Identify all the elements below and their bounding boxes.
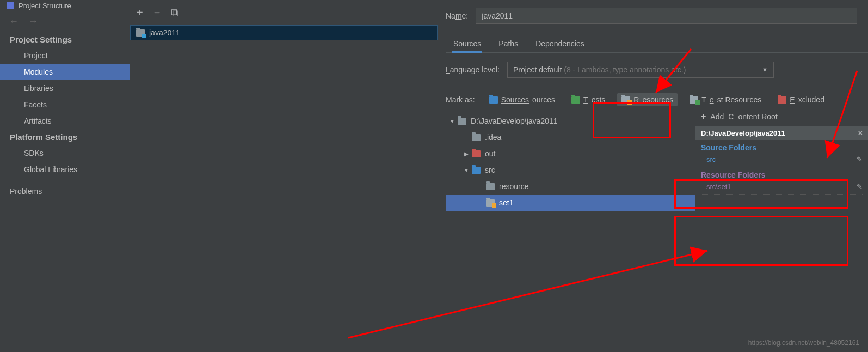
tests-folder-icon — [571, 96, 580, 104]
add-content-root-button[interactable]: + Add Content Root — [695, 107, 868, 126]
tree-row[interactable]: resource — [446, 178, 695, 195]
detail-panel: Name: Sources Paths Dependencies Languag… — [438, 0, 868, 352]
tree-row-root[interactable]: ▼D:\JavaDevelop\java2011 — [446, 113, 695, 129]
tab-paths[interactable]: Paths — [497, 36, 519, 52]
source-folders-header: Source Folders — [701, 143, 863, 152]
folder-icon — [458, 118, 466, 125]
resources-folder-icon — [621, 96, 630, 104]
mark-tests-button[interactable]: Tests — [567, 93, 610, 106]
window-titlebar: Project Structure — [0, 0, 130, 11]
excluded-folder-icon — [778, 96, 786, 104]
disclosure-open-icon[interactable]: ▼ — [449, 118, 455, 124]
tree-row[interactable]: ▼src — [446, 162, 695, 178]
app-icon — [7, 2, 14, 9]
sidebar: Project Structure ← → Project Settings P… — [0, 0, 130, 352]
module-icon — [136, 29, 145, 37]
tab-sources[interactable]: Sources — [452, 36, 482, 52]
sidebar-item-project[interactable]: Project — [0, 47, 130, 64]
close-icon[interactable]: × — [858, 129, 863, 137]
source-folder-icon — [472, 167, 481, 174]
folder-icon — [472, 134, 481, 141]
name-label: Name: — [446, 11, 468, 20]
edit-icon[interactable]: ✎ — [857, 155, 863, 163]
resource-folder-item[interactable]: src\set1✎ — [695, 180, 868, 194]
sidebar-item-problems[interactable]: Problems — [0, 183, 130, 199]
section-project-settings: Project Settings — [0, 32, 130, 47]
plus-icon: + — [701, 112, 706, 122]
resource-folders-header: Resource Folders — [701, 171, 863, 179]
tree-row[interactable]: ▶out — [446, 145, 695, 162]
remove-module-icon[interactable]: − — [154, 7, 161, 19]
nav-forward-icon[interactable]: → — [28, 16, 38, 27]
sidebar-item-artifacts[interactable]: Artifacts — [0, 113, 130, 129]
sidebar-item-global-libraries[interactable]: Global Libraries — [0, 161, 130, 178]
mark-test-resources-button[interactable]: Test Resources — [685, 93, 766, 106]
module-row[interactable]: java2011 — [130, 25, 438, 40]
tree-row[interactable]: .idea — [446, 129, 695, 145]
mark-as-row: Mark as: Sourcesources Tests Resources T… — [446, 93, 868, 106]
content-root-path[interactable]: D:\JavaDevelop\java2011× — [695, 126, 868, 140]
sidebar-item-modules[interactable]: Modules — [0, 64, 130, 80]
sources-folder-icon — [489, 96, 498, 104]
nav-back-icon[interactable]: ← — [9, 16, 19, 27]
edit-icon[interactable]: ✎ — [857, 183, 863, 191]
detail-tabs: Sources Paths Dependencies — [446, 36, 868, 53]
module-toolbar: + − ⧉ — [130, 0, 438, 25]
section-platform-settings: Platform Settings — [0, 129, 130, 145]
copy-module-icon[interactable]: ⧉ — [171, 7, 178, 19]
window-title: Project Structure — [19, 2, 71, 10]
module-list-panel: + − ⧉ java2011 — [130, 0, 438, 352]
language-level-select[interactable]: Project default (8 - Lambdas, type annot… — [507, 62, 774, 78]
tree-row-selected[interactable]: set1 — [446, 195, 695, 211]
sidebar-item-facets[interactable]: Facets — [0, 96, 130, 113]
sidebar-item-libraries[interactable]: Libraries — [0, 80, 130, 96]
folder-icon — [486, 183, 495, 190]
module-name: java2011 — [149, 28, 180, 37]
chevron-down-icon: ▼ — [762, 66, 768, 73]
source-tree: ▼D:\JavaDevelop\java2011 .idea ▶out ▼src… — [446, 111, 695, 352]
resource-folder-icon — [486, 199, 495, 207]
mark-sources-button[interactable]: Sourcesources — [485, 93, 559, 106]
sidebar-item-sdks[interactable]: SDKs — [0, 145, 130, 161]
disclosure-open-icon[interactable]: ▼ — [463, 167, 470, 173]
mark-resources-button[interactable]: Resources — [617, 93, 678, 106]
watermark: https://blog.csdn.net/weixin_48052161 — [748, 339, 859, 347]
content-roots-pane: + Add Content Root D:\JavaDevelop\java20… — [695, 107, 868, 352]
name-input[interactable] — [476, 8, 857, 24]
test-resources-folder-icon — [690, 96, 698, 104]
add-module-icon[interactable]: + — [137, 7, 143, 19]
excluded-folder-icon — [472, 150, 481, 157]
mark-excluded-button[interactable]: Excluded — [773, 93, 829, 106]
mark-as-label: Mark as: — [446, 95, 475, 104]
disclosure-closed-icon[interactable]: ▶ — [463, 151, 470, 157]
tab-dependencies[interactable]: Dependencies — [534, 36, 586, 52]
nav-arrows: ← → — [0, 11, 130, 32]
source-folder-item[interactable]: src✎ — [695, 153, 868, 167]
language-level-label: Language level: — [446, 65, 500, 74]
